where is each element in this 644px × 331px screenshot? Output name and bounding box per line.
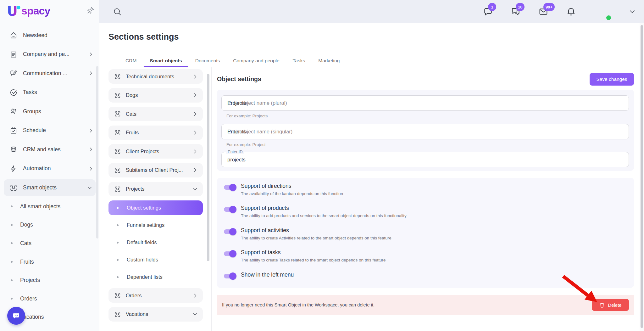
user-menu-chevron-down-icon[interactable] — [629, 8, 636, 15]
sidebar-item-label: Company and pe... — [23, 51, 83, 58]
tab-smart-objects[interactable]: Smart objects — [143, 55, 189, 67]
sidebar-subitem-all-smart-objects[interactable]: All smart objects — [0, 197, 99, 216]
chevron-down-icon — [192, 311, 198, 317]
object-item-client-projects[interactable]: Client Projects — [108, 144, 203, 159]
sidebar-item-label: Fruits — [20, 259, 34, 265]
user-menu[interactable] — [594, 3, 611, 20]
tab-company-and-people[interactable]: Company and people — [226, 55, 286, 67]
uspacy-logo[interactable]: U spacy — [6, 3, 50, 19]
singular-name-value: Projects — [227, 124, 246, 139]
schedule-icon — [9, 126, 18, 135]
sidebar-item-communication[interactable]: Communication ... — [0, 64, 99, 83]
object-settings-heading: Object settings — [217, 76, 261, 83]
online-status-dot — [606, 15, 611, 20]
toggle-description: The availability of the kanban depends o… — [241, 191, 343, 196]
support-of-directions-toggle[interactable] — [224, 184, 236, 191]
chevron-right-icon — [88, 128, 94, 133]
tab-marketing[interactable]: Marketing — [312, 55, 346, 67]
mail-button[interactable]: 99+ — [538, 7, 548, 17]
object-item-cats[interactable]: Cats — [108, 107, 203, 121]
tab-documents[interactable]: Documents — [189, 55, 226, 67]
tab-crm[interactable]: CRM — [119, 55, 143, 67]
sidebar-item-company-and-people[interactable]: Company and pe... — [0, 45, 99, 64]
chevron-right-icon — [192, 93, 198, 98]
notifications-button[interactable] — [566, 7, 576, 17]
object-item-label: Cats — [126, 111, 188, 117]
object-subitem-custom-fields[interactable]: Custom fields — [108, 251, 203, 268]
object-subitem-funnels-settings[interactable]: Funnels settings — [108, 216, 203, 234]
sidebar-subitem-projects[interactable]: Projects — [0, 271, 99, 289]
search-icon[interactable] — [113, 7, 122, 16]
messenger-launcher-button[interactable] — [7, 307, 25, 325]
top-bar: 1 10 99+ — [99, 0, 644, 23]
sidebar-item-newsfeed[interactable]: Newsfeed — [0, 26, 99, 45]
smart-object-icon — [114, 148, 121, 155]
features-panel: Support of directions The availability o… — [217, 178, 634, 288]
sidebar-scrollbar[interactable] — [96, 66, 98, 238]
automation-icon — [9, 165, 18, 173]
support-of-activities-toggle[interactable] — [224, 228, 236, 235]
sidebar-item-label: Tasks — [23, 89, 94, 96]
show-in-left-menu-toggle[interactable] — [224, 272, 236, 279]
plural-name-input[interactable]: Enter object name (plural) Projects — [221, 95, 629, 111]
pin-icon[interactable] — [86, 6, 95, 14]
bullet-icon — [117, 259, 119, 261]
chat-badge: 1 — [488, 3, 496, 11]
save-changes-button[interactable]: Save changes — [590, 73, 634, 86]
objects-nav: Technical documents Dogs Cats Fruits Cli… — [108, 69, 203, 326]
sidebar-subitem-orders[interactable]: Orders — [0, 289, 99, 308]
sidebar-subitem-fruits[interactable]: Fruits — [0, 253, 99, 271]
sidebar-item-groups[interactable]: Groups — [0, 102, 99, 121]
object-item-technical-documents[interactable]: Technical documents — [108, 69, 203, 84]
object-item-orders[interactable]: Orders — [108, 288, 203, 303]
bullet-icon — [117, 276, 119, 278]
smart-object-icon — [114, 186, 121, 193]
object-item-vacations[interactable]: Vacations — [108, 307, 203, 322]
window-scrollbar[interactable] — [641, 25, 643, 328]
object-id-input[interactable]: Enter ID projects — [221, 152, 629, 167]
sidebar-subitem-cats[interactable]: Cats — [0, 234, 99, 253]
chevron-right-icon — [88, 166, 94, 171]
delete-button[interactable]: Delete — [592, 299, 629, 311]
object-item-dogs[interactable]: Dogs — [108, 88, 203, 103]
sidebar-item-label: Communication ... — [23, 70, 83, 77]
team-chat-button[interactable]: 10 — [511, 7, 521, 17]
smart-object-icon — [114, 92, 121, 99]
toggle-description: The ability to create Activities related… — [241, 236, 391, 240]
toggle-label: Support of activities — [241, 227, 289, 234]
objects-nav-scrollbar[interactable] — [207, 74, 209, 261]
chat-button[interactable]: 1 — [483, 7, 493, 17]
delete-button-label: Delete — [608, 302, 621, 308]
smart-object-icon — [114, 167, 121, 174]
support-of-products-toggle[interactable] — [224, 206, 236, 213]
sidebar-item-automation[interactable]: Automation — [0, 159, 99, 178]
object-item-label: Default fields — [127, 239, 157, 245]
support-of-tasks-toggle[interactable] — [224, 250, 236, 257]
sidebar-item-label: Orders — [20, 295, 37, 302]
page-title: Sections settings — [108, 32, 179, 42]
object-subitem-default-fields[interactable]: Default fields — [108, 234, 203, 251]
tab-tasks[interactable]: Tasks — [286, 55, 312, 67]
sidebar-subitem-dogs[interactable]: Dogs — [0, 216, 99, 234]
chevron-right-icon — [192, 149, 198, 154]
sidebar-item-label: Dogs — [20, 222, 33, 228]
object-subitem-object-settings[interactable]: Object settings — [108, 200, 203, 215]
chevron-right-icon — [192, 167, 198, 173]
sidebar-item-smart-objects[interactable]: Smart objects — [4, 179, 96, 196]
sidebar-item-crm-and-sales[interactable]: CRM and sales — [0, 140, 99, 159]
object-item-label: Technical documents — [126, 74, 188, 80]
sidebar-item-label: All smart objects — [20, 203, 60, 210]
sidebar-item-tasks[interactable]: Tasks — [0, 83, 99, 102]
singular-name-input[interactable]: Enter object name (singular) Projects — [221, 124, 629, 139]
main-content: Sections settings CRM Smart objects Docu… — [99, 23, 644, 331]
sidebar-item-schedule[interactable]: Schedule — [0, 121, 99, 140]
object-subitem-dependent-lists[interactable]: Dependent lists — [108, 268, 203, 286]
toggle-label: Support of products — [241, 205, 289, 211]
plural-name-value: Projects — [227, 96, 246, 110]
names-panel: Enter object name (plural) Projects For … — [217, 90, 634, 171]
toggle-label: Support of tasks — [241, 249, 280, 256]
object-item-fruits[interactable]: Fruits — [108, 126, 203, 140]
object-item-projects[interactable]: Projects — [108, 182, 203, 196]
communication-icon — [9, 69, 18, 77]
object-item-subitems-of-client-projects[interactable]: Subitems of Client Proj... — [108, 163, 203, 177]
